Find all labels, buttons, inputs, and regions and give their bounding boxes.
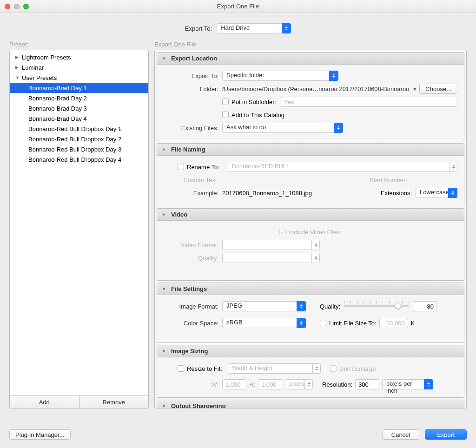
color-space-select[interactable]: sRGB <box>222 318 306 328</box>
tree-label: Bonnaroo-Brad Day 4 <box>28 115 87 122</box>
preset-list: Lightroom Presets Luminar User Presets B… <box>9 50 149 408</box>
preset-group-luminar[interactable]: Luminar <box>10 62 148 72</box>
field-label: W: <box>164 381 222 388</box>
select-value: sRGB <box>222 318 306 328</box>
checkbox-label: Add to This Catalog <box>231 112 284 119</box>
select-value: Bonnaroo-RED BULL <box>228 162 457 172</box>
height-input[interactable] <box>258 379 282 389</box>
field-label: Video Format: <box>164 242 222 249</box>
include-video-checkbox: ✓ <box>279 229 286 235</box>
tree-label: Bonnaroo-Brad Day 3 <box>28 105 87 112</box>
field-label: Quality: <box>164 255 222 262</box>
preset-group-user[interactable]: User Presets <box>10 72 148 83</box>
panel-file-naming: File Naming Rename To: Bonnaroo-RED BULL… <box>157 143 464 206</box>
disclosure-triangle-icon[interactable] <box>162 56 166 61</box>
resize-to-fit-checkbox[interactable] <box>178 365 184 372</box>
tree-label: Bonnaroo-Red Bull Dropbox Day 1 <box>28 125 121 132</box>
panel-video: Video ✓ Include Video Files: Video Forma… <box>157 208 464 281</box>
export-to-select[interactable]: Hard Drive <box>217 23 291 33</box>
window-title: Export One File <box>0 3 476 10</box>
video-quality-select <box>222 253 320 263</box>
checkbox-label: Put in Subfolder: <box>231 99 276 105</box>
panel-image-sizing: Image Sizing Resize to Fit: Width & Heig… <box>157 345 464 398</box>
plugin-manager-button[interactable]: Plug-in Manager... <box>9 429 71 440</box>
resolution-input[interactable] <box>355 379 379 389</box>
width-input[interactable] <box>222 379 246 389</box>
panel-title: Output Sharpening <box>171 402 226 408</box>
select-value: Ask what to do <box>222 123 343 133</box>
preset-item[interactable]: Bonnaroo-Red Bull Dropbox Day 3 <box>10 144 148 154</box>
field-label: Example: <box>164 190 222 197</box>
dropdown-arrow-icon <box>334 123 343 133</box>
tree-label: Bonnaroo-Red Bull Dropbox Day 2 <box>28 136 121 143</box>
dropdown-arrow-icon <box>329 71 338 81</box>
tree-label: Bonnaroo-Brad Day 1 <box>28 85 87 92</box>
limit-filesize-checkbox[interactable] <box>320 320 326 326</box>
cancel-button[interactable]: Cancel <box>382 429 419 440</box>
panel-title: Image Sizing <box>171 348 208 355</box>
limit-filesize-input[interactable] <box>379 318 408 328</box>
choose-folder-button[interactable]: Choose... <box>419 84 457 94</box>
resolution-unit-select[interactable]: pixels per inch <box>382 379 433 389</box>
field-label: Custom Text: <box>164 177 222 184</box>
panel-title: File Naming <box>171 146 205 153</box>
disclosure-triangle-icon[interactable] <box>162 349 166 354</box>
panel-title: Export Location <box>171 55 217 62</box>
preset-group-lightroom[interactable]: Lightroom Presets <box>10 52 148 62</box>
export-folder-type-select[interactable]: Specific folder <box>222 71 338 81</box>
subfolder-checkbox[interactable] <box>222 99 229 105</box>
tree-label: Luminar <box>22 64 44 71</box>
rename-to-checkbox[interactable] <box>178 164 184 170</box>
preset-item[interactable]: Bonnaroo-Red Bull Dropbox Day 2 <box>10 134 148 144</box>
preset-item[interactable]: Bonnaroo-Brad Day 4 <box>10 113 148 124</box>
panel-title: File Settings <box>171 285 207 292</box>
checkbox-label: Don't Enlarge <box>339 365 376 372</box>
popup-arrow-icon[interactable]: ▾ <box>413 86 416 92</box>
dropdown-arrow-icon <box>282 23 291 33</box>
export-button[interactable]: Export <box>425 429 467 440</box>
disclosure-triangle-icon <box>15 55 20 59</box>
checkbox-label: Limit File Size To: <box>329 320 377 327</box>
field-label: Start Number: <box>370 177 411 184</box>
field-label: Color Space: <box>164 320 222 327</box>
quality-slider[interactable] <box>344 305 409 307</box>
preset-item[interactable]: Bonnaroo-Brad Day 2 <box>10 93 148 103</box>
disclosure-triangle-icon[interactable] <box>162 147 166 152</box>
quality-input[interactable] <box>413 301 437 311</box>
select-value: JPEG <box>222 301 306 311</box>
image-format-select[interactable]: JPEG <box>222 301 306 311</box>
existing-files-select[interactable]: Ask what to do <box>222 123 343 133</box>
add-preset-button[interactable]: Add <box>10 396 79 408</box>
dropdown-arrow-icon <box>424 379 433 389</box>
dropdown-arrow-icon <box>297 301 306 311</box>
disclosure-triangle-icon <box>15 65 20 70</box>
subfolder-input[interactable] <box>281 97 457 107</box>
titlebar: Export One File <box>0 0 476 13</box>
stepper-arrow-icon <box>304 379 313 389</box>
disclosure-triangle-icon[interactable] <box>162 404 166 408</box>
settings-scroll-area[interactable]: Export Location Export To: Specific fold… <box>154 50 467 408</box>
right-column-label: Export One File <box>154 41 467 48</box>
field-label: Quality: <box>320 303 340 310</box>
preset-item[interactable]: Bonnaroo-Brad Day 1 <box>10 83 148 93</box>
resize-mode-select[interactable]: Width & Height <box>228 363 321 374</box>
extension-case-select[interactable]: Lowercase <box>416 188 457 198</box>
checkbox-label: Include Video Files: <box>289 229 341 236</box>
add-to-catalog-checkbox[interactable] <box>222 112 229 118</box>
preset-item[interactable]: Bonnaroo-Red Bull Dropbox Day 4 <box>10 154 148 165</box>
field-label: Resolution: <box>322 381 352 388</box>
size-unit-select[interactable]: pixels <box>285 379 313 389</box>
checkbox-label: Resize to Fit: <box>187 365 228 372</box>
field-label: Existing Files: <box>164 125 222 132</box>
remove-preset-button[interactable]: Remove <box>79 396 149 408</box>
panel-output-sharpening: Output Sharpening Sharpen For: Screen Am… <box>157 400 464 408</box>
rename-template-select[interactable]: Bonnaroo-RED BULL <box>228 162 457 172</box>
tree-label: User Presets <box>22 74 57 81</box>
disclosure-triangle-icon[interactable] <box>162 287 166 291</box>
preset-item[interactable]: Bonnaroo-Brad Day 3 <box>10 103 148 113</box>
preset-item[interactable]: Bonnaroo-Red Bull Dropbox Day 1 <box>10 124 148 134</box>
disclosure-triangle-icon[interactable] <box>162 212 166 217</box>
export-to-value: Hard Drive <box>217 23 291 33</box>
folder-path-text: /Users/bmoore/Dropbox (Persona…nnaroo 20… <box>222 86 410 92</box>
field-label: Export To: <box>164 72 222 79</box>
